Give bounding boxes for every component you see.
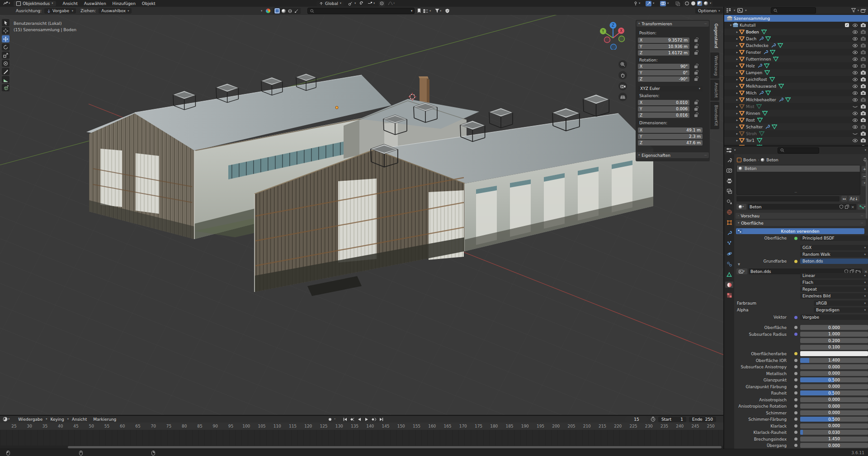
kuhstall-collection-row[interactable]: ▾ Kuhstall ✓ (724, 22, 868, 28)
expand-arrow-icon[interactable]: ▸ (735, 85, 739, 88)
expand-arrow-icon[interactable]: ▸ (735, 78, 739, 81)
rotate-tool-button[interactable] (2, 43, 9, 51)
shading-rendered-button[interactable] (703, 1, 708, 6)
3d-viewport[interactable]: Benutzeransicht (Lokal) (15) Szenensamml… (0, 15, 723, 415)
lock-icon[interactable] (694, 52, 698, 55)
assetbar-chevron-icon[interactable]: ▾ (261, 9, 262, 13)
menu-tl-ansicht[interactable]: Ansicht (69, 417, 90, 422)
outliner-object-row[interactable]: ▸ Mist (724, 103, 868, 110)
expand-arrow-icon[interactable]: ▸ (735, 125, 739, 129)
tab-texture[interactable] (725, 292, 733, 298)
shield-validation-icon[interactable] (444, 8, 450, 14)
editor-chevron-icon[interactable]: ▾ (8, 418, 9, 421)
add-cube-tool-button[interactable] (2, 84, 9, 91)
farbraum-dropdown[interactable]: sRGB▾ (814, 301, 868, 306)
outliner-search-input[interactable] (771, 7, 816, 14)
menu-objekt[interactable]: Objekt (139, 1, 159, 6)
camera-render-icon[interactable] (860, 90, 866, 95)
filter-chevron-icon[interactable]: ▾ (440, 9, 441, 13)
hide-eye-icon[interactable] (852, 56, 858, 62)
value-slider[interactable]: 0.000 (800, 443, 868, 448)
transform-tool-button[interactable] (2, 60, 9, 67)
transform-orientation-dropdown[interactable]: Global▾ (316, 1, 344, 6)
outliner-object-row[interactable]: ▸ Rinnen (724, 110, 868, 117)
hide-eye-icon[interactable] (852, 63, 858, 69)
hide-eye-icon[interactable] (852, 90, 858, 96)
camera-render-icon[interactable] (860, 36, 866, 41)
asset-list-chevron-icon[interactable]: ▾ (429, 9, 431, 13)
properties-collapse-header[interactable]: ▾Eigenschaften┄ (637, 152, 709, 158)
tab-scene[interactable] (725, 198, 733, 205)
dimension-x-field[interactable]: X49.1 m (638, 127, 703, 133)
camera-render-icon[interactable] (860, 111, 866, 116)
expand-arrow-icon[interactable]: ▸ (735, 98, 739, 102)
overlays-toggle[interactable] (660, 1, 666, 6)
timeline-editor-icon[interactable] (2, 417, 8, 422)
editor-type-chevron-icon[interactable]: ▾ (9, 2, 10, 5)
pan-hand-button[interactable] (618, 71, 627, 80)
editor-type-icon[interactable] (3, 1, 9, 6)
expand-arrow-icon[interactable]: ▸ (735, 44, 739, 47)
asset-brush-button[interactable] (294, 9, 299, 14)
hide-eye-icon[interactable] (852, 70, 858, 75)
tab-constraints[interactable] (725, 261, 733, 267)
value-slider[interactable]: 0.030 (800, 430, 868, 435)
tab-material[interactable] (725, 282, 733, 288)
timeline-scrollbar[interactable] (0, 446, 723, 449)
jump-to-start-button[interactable] (342, 417, 348, 422)
preview-range-clock-icon[interactable] (651, 417, 656, 422)
timeline-track[interactable] (0, 430, 723, 446)
material-slot-list[interactable]: Beton ┄ (736, 165, 860, 195)
expand-arrow-icon[interactable]: ▸ (735, 139, 739, 142)
outliner-object-row[interactable]: ▸ Boden (724, 28, 868, 35)
tab-gegenstand[interactable]: Gegenstand (710, 20, 719, 52)
unlink-x-icon[interactable]: × (851, 205, 854, 209)
snap-chevron-icon[interactable]: ▾ (354, 2, 356, 5)
rotation-mode-dropdown[interactable]: XYZ Euler▾ (638, 86, 703, 91)
outliner-object-row[interactable]: ▸ Schalter (724, 123, 868, 130)
tab-particles[interactable] (725, 240, 733, 246)
expand-arrow-icon[interactable]: ▼ (738, 263, 740, 266)
camera-render-icon[interactable] (860, 131, 866, 136)
outliner-object-row[interactable]: ▸ Tor1 (724, 137, 868, 144)
surface-shader-button[interactable]: Principled BSDF (800, 235, 868, 241)
tab-physics[interactable] (725, 250, 733, 257)
measure-tool-button[interactable] (2, 76, 9, 83)
start-frame-field[interactable]: Start1 (658, 417, 686, 422)
shading-chevron-icon[interactable]: ▾ (710, 2, 711, 5)
use-nodes-button[interactable]: Knoten verwenden (736, 228, 864, 234)
filter-funnel-icon[interactable] (434, 8, 440, 14)
value-slider[interactable]: 0.100 (800, 345, 868, 350)
value-slider[interactable]: 0.000 (800, 423, 868, 428)
hide-eye-icon[interactable] (852, 29, 858, 35)
list-filter-input[interactable] (736, 196, 840, 202)
outliner-object-row[interactable]: ▸ Fenster (724, 49, 868, 56)
position-y-field[interactable]: Y10.936 m (638, 44, 698, 49)
hide-eye-icon[interactable] (852, 97, 858, 103)
proportional-editing-icon[interactable] (379, 1, 385, 6)
tab-ansicht[interactable]: Ansicht (710, 80, 719, 101)
camera-render-icon[interactable] (860, 56, 866, 61)
play-reverse-button[interactable] (356, 417, 363, 422)
hide-eye-closed-icon[interactable] (852, 131, 858, 136)
jump-to-end-button[interactable] (378, 417, 384, 422)
select-tool-button[interactable] (2, 19, 9, 26)
expand-arrow-icon[interactable]: ▸ (735, 30, 739, 34)
lock-icon[interactable] (694, 102, 698, 104)
filter-funnel-icon[interactable] (851, 8, 856, 13)
expand-arrow-icon[interactable]: ▸ (735, 71, 739, 75)
scale-x-field[interactable]: X0.010 (638, 100, 698, 105)
expand-arrow-icon[interactable]: ▾ (729, 24, 733, 27)
editor-chevron-icon[interactable]: ▾ (734, 149, 736, 152)
scale-y-field[interactable]: Y0.006 (638, 106, 698, 112)
menu-keying[interactable]: Keying (47, 417, 67, 422)
show-gizmo-chevron-icon[interactable]: ▾ (653, 2, 654, 5)
tab-output[interactable] (725, 178, 733, 184)
tab-view-layer[interactable] (725, 188, 733, 194)
camera-render-icon[interactable] (860, 63, 866, 68)
new-collection-icon[interactable] (861, 8, 866, 13)
value-slider[interactable]: 0.200 (800, 338, 868, 343)
expand-arrow-icon[interactable]: ▸ (735, 91, 739, 95)
mode-dropdown[interactable]: Objektmodus ▾ (14, 1, 56, 6)
value-slider[interactable]: 0.000 (800, 371, 868, 376)
